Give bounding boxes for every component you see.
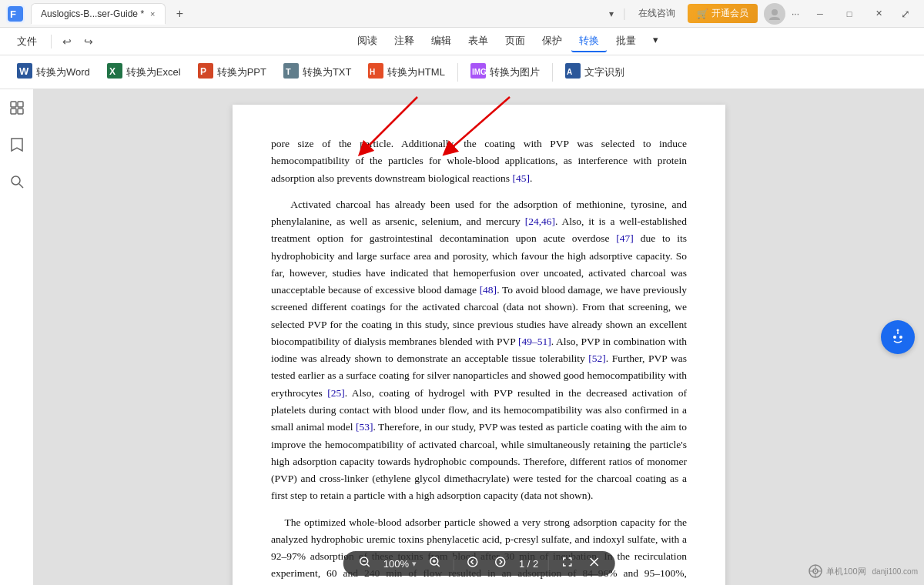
convert-word-btn[interactable]: W 转换为Word — [9, 58, 98, 85]
convert-ppt-btn[interactable]: P 转换为PPT — [190, 58, 274, 85]
app-logo: F — [6, 5, 25, 23]
paragraph-2: Activated charcoal has already been used… — [271, 196, 687, 505]
convert-txt-label: 转换为TXT — [303, 65, 352, 79]
svg-text:T: T — [286, 67, 291, 76]
svg-line-27 — [367, 564, 370, 567]
svg-point-38 — [899, 336, 902, 339]
svg-rect-20 — [18, 109, 23, 114]
convert-img-btn[interactable]: IMG 转换为图片 — [463, 58, 547, 85]
convert-ppt-label: 转换为PPT — [217, 65, 266, 79]
consult-btn[interactable]: 在线咨询 — [632, 4, 681, 23]
menu-sep-1 — [51, 35, 52, 48]
svg-point-33 — [496, 557, 505, 567]
user-avatar-btn[interactable] — [764, 3, 785, 25]
word-icon: W — [17, 63, 32, 81]
convert-excel-label: 转换为Excel — [126, 65, 181, 79]
sidebar-bookmarks-btn[interactable] — [5, 132, 29, 157]
svg-text:X: X — [109, 66, 116, 77]
left-sidebar — [0, 89, 34, 585]
ocr-label: 文字识别 — [584, 65, 624, 79]
branding-sub: danji100.com — [872, 567, 918, 576]
svg-text:P: P — [200, 66, 206, 77]
ref-49-51[interactable]: [49–51] — [518, 336, 551, 347]
more-btn[interactable]: ··· — [792, 8, 799, 19]
svg-point-47 — [815, 570, 816, 572]
ppt-icon: P — [198, 63, 213, 81]
branding-logo-icon — [808, 563, 823, 579]
close-btn[interactable]: ✕ — [864, 3, 893, 25]
menu-edit[interactable]: 编辑 — [424, 31, 459, 52]
zoom-value: 100% — [383, 558, 409, 570]
redo-btn[interactable]: ↪ — [79, 32, 98, 51]
toolbar-separator — [457, 63, 458, 82]
ref-24-46[interactable]: [24,46] — [525, 216, 555, 227]
main-area: pore size of the particle. Additionally,… — [0, 89, 924, 585]
ai-assistant-btn[interactable] — [881, 320, 915, 354]
close-bar-btn[interactable] — [585, 557, 602, 570]
add-tab-btn[interactable]: + — [170, 4, 190, 24]
convert-html-btn[interactable]: H 转换为HTML — [360, 58, 452, 85]
convert-excel-btn[interactable]: X 转换为Excel — [99, 58, 189, 85]
ref-47[interactable]: [47] — [616, 232, 634, 244]
ref-25[interactable]: [25] — [327, 387, 345, 399]
zoom-out-btn[interactable] — [356, 556, 374, 571]
svg-text:A: A — [567, 68, 572, 76]
tab-close-btn[interactable]: × — [150, 9, 155, 18]
document-area: pore size of the particle. Additionally,… — [34, 89, 924, 585]
menu-convert[interactable]: 转换 — [571, 31, 607, 52]
active-tab[interactable]: Auslogics-B...ser-Guide * × — [31, 3, 166, 24]
svg-rect-17 — [11, 102, 16, 107]
titlebar: F Auslogics-B...ser-Guide * × + ▾ | 在线咨询… — [0, 0, 924, 28]
ref-52[interactable]: [52] — [588, 353, 606, 364]
zoom-in-btn[interactable] — [426, 556, 444, 571]
menu-file[interactable]: 文件 — [9, 32, 45, 52]
page-next-btn[interactable] — [491, 556, 510, 571]
convert-txt-btn[interactable]: T 转换为TXT — [276, 58, 360, 85]
sidebar-thumbnails-btn[interactable] — [5, 95, 29, 120]
convert-html-label: 转换为HTML — [387, 65, 444, 79]
vip-icon: 🛒 — [697, 8, 708, 19]
menubar: 文件 ↩ ↪ 阅读 注释 编辑 表单 页面 保护 转换 批量 ▾ — [0, 28, 924, 55]
right-float-area — [881, 320, 915, 354]
page-display: 1 / 2 — [519, 558, 538, 570]
svg-rect-19 — [11, 109, 16, 114]
svg-text:W: W — [19, 65, 29, 77]
expand-btn[interactable]: ⤢ — [893, 8, 918, 20]
convert-img-label: 转换为图片 — [490, 65, 540, 79]
fit-btn[interactable] — [557, 556, 576, 571]
menu-page[interactable]: 页面 — [497, 31, 533, 52]
svg-text:H: H — [370, 68, 375, 76]
ref-53[interactable]: [53] — [356, 421, 373, 433]
minimize-btn[interactable]: ─ — [805, 3, 835, 25]
page-prev-btn[interactable] — [464, 556, 482, 571]
document-page: pore size of the particle. Additionally,… — [233, 105, 725, 585]
window-controls: ─ □ ✕ — [805, 3, 893, 25]
menu-more-dropdown[interactable]: ▾ — [645, 31, 666, 52]
convert-word-label: 转换为Word — [36, 65, 90, 79]
bottom-sep-1 — [454, 557, 454, 570]
menu-batch[interactable]: 批量 — [608, 31, 644, 52]
vip-label: 开通会员 — [711, 7, 748, 20]
menu-form[interactable]: 表单 — [460, 31, 496, 52]
ref-45[interactable]: [45] — [512, 172, 530, 184]
bottom-sep-2 — [547, 557, 548, 570]
ocr-btn[interactable]: A 文字识别 — [557, 58, 632, 85]
menu-protect[interactable]: 保护 — [534, 31, 570, 52]
zoom-dropdown-btn[interactable]: ▾ — [412, 559, 417, 569]
zoom-display: 100% ▾ — [383, 558, 417, 570]
menu-read[interactable]: 阅读 — [350, 31, 385, 52]
ocr-icon: A — [565, 63, 581, 81]
maximize-btn[interactable]: □ — [835, 3, 864, 25]
vip-button[interactable]: 🛒 开通会员 — [688, 4, 758, 23]
svg-line-22 — [19, 184, 23, 188]
svg-point-21 — [12, 176, 20, 185]
txt-icon: T — [283, 63, 299, 81]
menu-annotate[interactable]: 注释 — [387, 31, 422, 52]
ref-48[interactable]: [48] — [480, 284, 497, 296]
toolbar-separator-2 — [552, 63, 553, 82]
undo-btn[interactable]: ↩ — [58, 32, 76, 51]
sidebar-search-btn[interactable] — [5, 169, 29, 194]
svg-text:IMG: IMG — [472, 68, 486, 76]
bottom-toolbar: 100% ▾ 1 / 2 — [343, 551, 615, 576]
dropdown-btn[interactable]: ▾ — [606, 7, 617, 21]
